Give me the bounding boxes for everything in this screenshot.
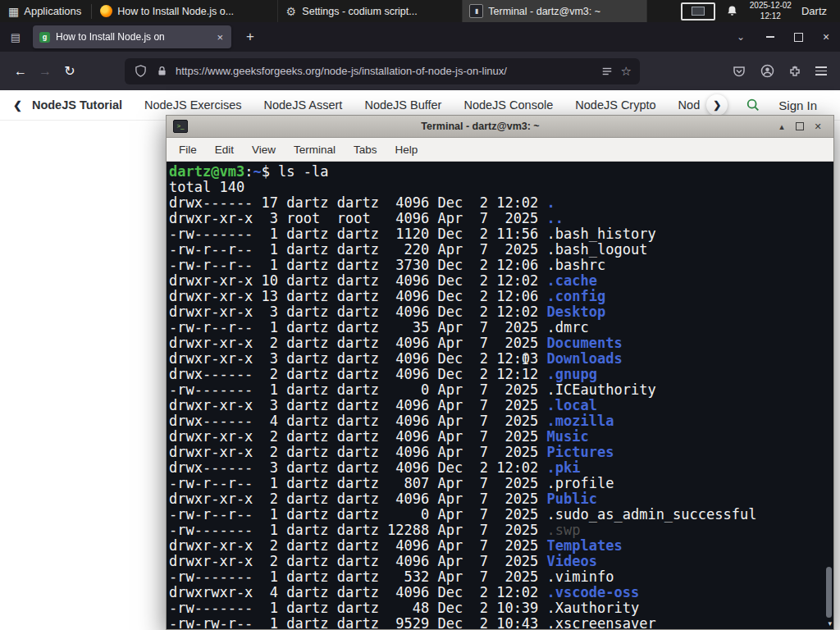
panel-tasks: How to Install Node.js o...⚙Settings - c… <box>94 0 672 22</box>
terminal-window: >_ Terminal - dartz@vm3: ~ ▴ ✕ FileEditV… <box>166 115 834 630</box>
panel-username: Dartz <box>801 5 832 17</box>
account-icon[interactable] <box>760 64 774 79</box>
tracking-shield-icon[interactable] <box>133 64 148 79</box>
menu-icon[interactable] <box>815 66 827 75</box>
site-nav-item[interactable]: NodeJS Exercises <box>144 98 241 112</box>
terminal-menu-item[interactable]: Terminal <box>286 141 343 158</box>
site-nav-item[interactable]: NodeJS Crypto <box>575 98 655 112</box>
lock-icon[interactable] <box>154 64 169 79</box>
panel-clock[interactable]: 2025-12-02 12:12 <box>750 1 792 21</box>
taskbar-button[interactable]: ⚙Settings - codium script... <box>278 0 463 22</box>
terminal-line: -rw------- 1 dartz dartz 1120 Dec 2 11:5… <box>169 226 833 242</box>
terminal-output: dartz@vm3:~$ ls -latotal 140drwx------ 1… <box>169 164 833 629</box>
sign-in-button[interactable]: Sign In <box>778 98 817 112</box>
window-restore-button[interactable] <box>784 25 812 49</box>
window-close-button[interactable]: × <box>812 25 840 49</box>
terminal-maximize-button[interactable] <box>791 119 809 134</box>
terminal-line: -rw-r--r-- 1 dartz dartz 3730 Dec 2 12:0… <box>169 258 833 273</box>
pager-window-icon <box>692 7 705 16</box>
site-nav-items: NodeJS TutorialNodeJS ExercisesNodeJS As… <box>32 98 700 112</box>
terminal-minimize-button[interactable]: ▴ <box>773 119 791 134</box>
bookmark-star-icon[interactable]: ☆ <box>621 64 632 79</box>
window-minimize-button[interactable] <box>756 25 784 49</box>
site-nav-item[interactable]: NodeJS DNS <box>678 98 701 112</box>
browser-nav-toolbar: ← → ↻ https://www.geeksforgeeks.org/node… <box>0 52 840 90</box>
reload-button[interactable]: ↻ <box>57 59 82 84</box>
list-all-tabs-icon[interactable]: ⌄ <box>725 31 756 43</box>
clock-date: 2025-12-02 <box>750 1 792 11</box>
terminal-line: dartz@vm3:~$ ls -la <box>169 164 833 180</box>
terminal-line: drwxr-xr-x 2 dartz dartz 4096 Apr 7 2025… <box>169 445 833 460</box>
terminal-line: drwxr-xr-x 2 dartz dartz 4096 Apr 7 2025… <box>169 538 833 554</box>
terminal-line: drwxr-xr-x 2 dartz dartz 4096 Apr 7 2025… <box>169 491 833 507</box>
terminal-line: drwx------ 17 dartz dartz 4096 Dec 2 12:… <box>169 195 833 211</box>
tab-title: How to Install Node.js on <box>56 31 209 43</box>
terminal-line: drwx------ 3 dartz dartz 4096 Dec 2 12:0… <box>169 460 833 476</box>
firefox-view-icon[interactable]: ▤ <box>5 26 26 48</box>
browser-tab[interactable]: g How to Install Node.js on × <box>33 25 231 48</box>
site-nav-item[interactable]: NodeJS Console <box>463 98 553 112</box>
terminal-task-icon: ▮ <box>469 4 483 18</box>
workspace-pager[interactable] <box>681 2 715 21</box>
terminal-menu-item[interactable]: View <box>244 141 283 158</box>
url-text: https://www.geeksforgeeks.org/node-js/in… <box>176 65 593 77</box>
terminal-line: -rw------- 1 dartz dartz 12288 Apr 7 202… <box>169 523 833 538</box>
terminal-line: drwxr-xr-x 3 dartz dartz 4096 Apr 7 2025… <box>169 398 833 413</box>
settings-task-icon: ⚙ <box>285 5 297 17</box>
terminal-scroll-arrow-icon[interactable]: ▾ <box>828 620 832 628</box>
tab-favicon: g <box>39 32 50 43</box>
nav-scroll-left-icon[interactable]: ❮ <box>10 99 25 112</box>
applications-grid-icon: ▦ <box>8 6 19 17</box>
taskbar-button-label: Settings - codium script... <box>302 6 417 17</box>
notification-bell-icon[interactable] <box>725 4 740 19</box>
new-tab-button[interactable]: + <box>240 27 261 47</box>
panel-tray: 2025-12-02 12:12 Dartz <box>673 1 840 21</box>
terminal-menu-item[interactable]: Edit <box>208 141 241 158</box>
url-bar[interactable]: https://www.geeksforgeeks.org/node-js/in… <box>125 58 640 84</box>
terminal-line: drwxr-xr-x 2 dartz dartz 4096 Apr 7 2025… <box>169 429 833 445</box>
terminal-line: drwxr-xr-x 3 dartz dartz 4096 Dec 2 12:0… <box>169 304 833 320</box>
site-nav-item[interactable]: NodeJS Buffer <box>364 98 441 112</box>
terminal-line: drwxrwxr-x 4 dartz dartz 4096 Dec 2 12:0… <box>169 585 833 600</box>
terminal-line: drwx------ 4 dartz dartz 4096 Apr 7 2025… <box>169 413 833 429</box>
terminal-app-icon: >_ <box>173 120 188 133</box>
terminal-line: -rw------- 1 dartz dartz 532 Apr 7 2025 … <box>169 569 833 585</box>
search-icon[interactable] <box>746 98 760 112</box>
clock-time: 12:12 <box>760 11 781 22</box>
taskbar-button-label: Terminal - dartz@vm3: ~ <box>488 6 600 17</box>
applications-label: Applications <box>24 5 81 17</box>
tab-close-icon[interactable]: × <box>215 30 225 44</box>
terminal-line: drwx------ 2 dartz dartz 4096 Dec 2 12:1… <box>169 367 833 382</box>
reader-view-icon[interactable] <box>600 64 614 79</box>
terminal-line: drwxr-xr-x 3 dartz dartz 4096 Dec 2 12:0… <box>169 351 833 367</box>
applications-menu-button[interactable]: ▦ Applications <box>0 0 89 22</box>
extensions-icon[interactable] <box>788 64 802 79</box>
terminal-line: drwxr-xr-x 10 dartz dartz 4096 Dec 2 12:… <box>169 273 833 289</box>
terminal-line: drwxr-xr-x 2 dartz dartz 4096 Apr 7 2025… <box>169 336 833 351</box>
terminal-line: drwxr-xr-x 13 dartz dartz 4096 Dec 2 12:… <box>169 289 833 304</box>
terminal-body[interactable]: dartz@vm3:~$ ls -latotal 140drwx------ 1… <box>167 162 833 629</box>
terminal-line: -rw-rw-r-- 1 dartz dartz 9529 Dec 2 10:4… <box>169 616 833 629</box>
forward-button[interactable]: → <box>33 59 57 84</box>
terminal-menubar: FileEditViewTerminalTabsHelp <box>167 138 833 162</box>
terminal-line: -rw-r--r-- 1 dartz dartz 220 Apr 7 2025 … <box>169 242 833 258</box>
terminal-line: -rw------- 1 dartz dartz 0 Apr 7 2025 .I… <box>169 382 833 398</box>
terminal-menu-item[interactable]: Tabs <box>346 141 385 158</box>
pocket-icon[interactable] <box>732 64 746 79</box>
terminal-scrollbar-thumb[interactable] <box>826 567 832 618</box>
taskbar-button[interactable]: How to Install Node.js o... <box>94 0 278 22</box>
site-nav-item[interactable]: NodeJS Assert <box>263 98 342 112</box>
terminal-line: drwxr-xr-x 3 root root 4096 Apr 7 2025 .… <box>169 211 833 226</box>
nav-scroll-right-icon[interactable]: ❯ <box>706 94 728 116</box>
terminal-line: -rw-r--r-- 1 dartz dartz 35 Apr 7 2025 .… <box>169 320 833 336</box>
terminal-menu-item[interactable]: Help <box>388 141 426 158</box>
terminal-menu-item[interactable]: File <box>171 141 204 158</box>
terminal-titlebar[interactable]: >_ Terminal - dartz@vm3: ~ ▴ ✕ <box>167 116 833 138</box>
terminal-line: -rw------- 1 dartz dartz 48 Dec 2 10:39 … <box>169 600 833 616</box>
taskbar-button[interactable]: ▮Terminal - dartz@vm3: ~ <box>463 0 647 22</box>
terminal-line: drwxr-xr-x 2 dartz dartz 4096 Apr 7 2025… <box>169 554 833 569</box>
terminal-line: -rw-r--r-- 1 dartz dartz 807 Apr 7 2025 … <box>169 476 833 491</box>
terminal-close-button[interactable]: ✕ <box>809 119 827 134</box>
site-nav-item[interactable]: NodeJS Tutorial <box>32 98 122 112</box>
back-button[interactable]: ← <box>8 59 33 84</box>
